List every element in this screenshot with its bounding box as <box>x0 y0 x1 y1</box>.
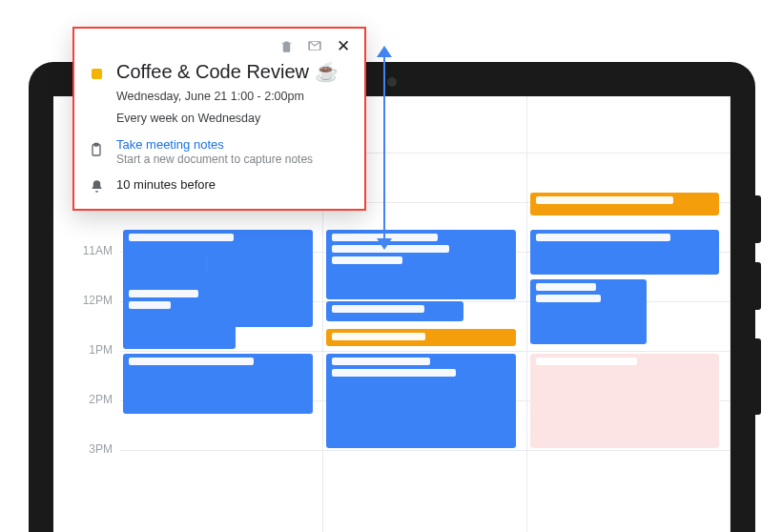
time-label: 2PM <box>65 394 113 406</box>
reminder-text: 10 minutes before <box>116 175 216 192</box>
calendar-event[interactable] <box>326 301 463 321</box>
event-text-placeholder <box>332 305 423 313</box>
event-color-swatch <box>92 69 102 79</box>
calendar-event[interactable] <box>326 354 516 448</box>
calendar-event[interactable] <box>530 193 720 215</box>
event-text-placeholder <box>332 358 430 365</box>
clipboard-icon <box>88 137 105 158</box>
resize-arrow-annotation <box>375 46 394 250</box>
event-text-placeholder <box>536 358 637 365</box>
annotation-tick <box>206 254 208 275</box>
calendar-event[interactable] <box>123 286 236 349</box>
event-text-placeholder <box>536 283 596 291</box>
event-text-placeholder <box>536 295 602 302</box>
event-text-placeholder <box>332 333 424 340</box>
calendar-event[interactable] <box>530 279 647 344</box>
event-recurrence: Every week on Wednesday <box>116 110 339 128</box>
take-notes-sub: Start a new document to capture notes <box>116 153 313 166</box>
event-text-placeholder <box>332 256 402 264</box>
event-title-row: Coffee & Code Review ☕ Wednesday, June 2… <box>88 59 351 128</box>
take-notes-link[interactable]: Take meeting notes <box>116 137 313 152</box>
delete-icon[interactable] <box>278 38 294 53</box>
event-text-placeholder <box>129 358 254 365</box>
mail-icon[interactable] <box>307 38 322 53</box>
tablet-side-button <box>755 195 761 243</box>
tablet-side-button <box>755 262 761 310</box>
event-text-placeholder <box>536 196 673 204</box>
time-label: 11AM <box>65 245 113 257</box>
bell-icon <box>88 175 105 194</box>
close-icon[interactable]: ✕ <box>336 38 351 53</box>
meeting-notes-row[interactable]: Take meeting notes Start a new document … <box>88 137 351 166</box>
event-title: Coffee & Code Review ☕ <box>116 59 339 84</box>
calendar-event[interactable] <box>326 329 516 347</box>
event-detail-popup: ✕ Coffee & Code Review ☕ Wednesday, June… <box>72 27 366 211</box>
calendar-event[interactable] <box>530 354 720 448</box>
calendar-event[interactable] <box>123 354 313 414</box>
event-text-placeholder <box>129 301 171 309</box>
event-text-placeholder <box>332 369 456 377</box>
event-datetime: Wednesday, June 21 1:00 - 2:00pm <box>116 88 339 106</box>
popup-toolbar: ✕ <box>88 38 351 53</box>
calendar-event[interactable] <box>530 230 720 275</box>
reminder-row: 10 minutes before <box>88 175 351 194</box>
calendar-event[interactable] <box>326 230 516 299</box>
time-label: 3PM <box>65 443 113 456</box>
event-text-placeholder <box>129 234 234 241</box>
tablet-side-button <box>755 338 761 415</box>
event-text-placeholder <box>536 234 670 241</box>
time-label: 12PM <box>65 295 113 307</box>
time-label: 1PM <box>65 344 113 357</box>
event-text-placeholder <box>129 290 198 297</box>
